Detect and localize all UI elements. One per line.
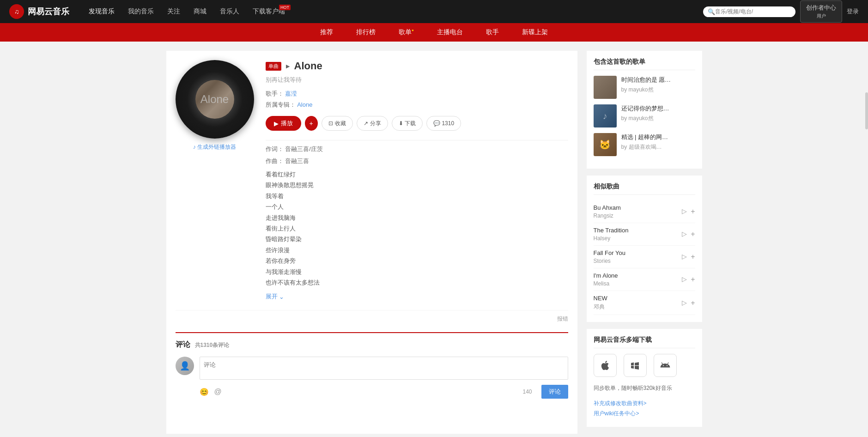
playlist-name-3: 精选 | 超棒的网… [621, 133, 695, 141]
lyrics-lyricist: 作曲： 音融三喜 [266, 157, 568, 165]
emoji-button[interactable]: 😊 [200, 388, 209, 396]
add-to-playlist-button[interactable]: + [305, 116, 318, 131]
download-section: 网易云音乐多端下载 同步歌单，随时畅听32 [587, 329, 702, 427]
play-song-4-button[interactable]: ▷ [682, 275, 687, 284]
album-art-image: Alone [195, 80, 234, 119]
playlist-author-2: by mayuko然 [621, 115, 695, 122]
playlist-author-1: by mayuko然 [621, 86, 695, 94]
nav-discover[interactable]: 发现音乐 [83, 4, 120, 19]
playlist-info-1: 时间治愈的是 愿… by mayuko然 [621, 76, 695, 99]
search-box[interactable]: 🔍 [703, 6, 795, 17]
similar-song-info-4: I'm Alone Melisa [594, 272, 682, 287]
scrollbar[interactable] [865, 92, 868, 129]
nav-musician[interactable]: 音乐人 [214, 4, 245, 19]
album-link[interactable]: Alone [297, 101, 312, 108]
error-report-button[interactable]: 报错 [176, 310, 568, 323]
add-song-5-button[interactable]: + [691, 299, 695, 307]
similar-song-1[interactable]: Bu Ahxam Rangsiz ▷ + [594, 200, 695, 223]
subnav-artists[interactable]: 歌手 [481, 28, 504, 36]
playlist-thumb-1 [594, 76, 617, 99]
sub-navigation: 推荐 排行榜 歌单● 主播电台 歌手 新碟上架 [0, 23, 868, 42]
comment-tools: 😊 @ [200, 388, 222, 396]
comment-input-footer: 😊 @ 140 评论 [200, 385, 568, 399]
song-title-row: 单曲 ▶ Alone [266, 60, 568, 72]
main-nav: 发现音乐 我的音乐 关注 商城 音乐人 下载客户端 HOT [83, 4, 703, 19]
ios-download-icon[interactable] [594, 354, 617, 377]
main-content: Alone 生成外链播放器 单曲 ▶ Alone 别再让我等待 歌手 [157, 42, 711, 437]
playlist-item-2[interactable]: 还记得你的梦想… by mayuko然 [594, 104, 695, 127]
add-song-3-button[interactable]: + [691, 253, 695, 261]
login-button[interactable]: 登录 [847, 7, 859, 16]
lyric-line-10: 与我渐走渐慢 [266, 267, 568, 277]
subnav-radio[interactable]: 主播电台 [432, 28, 467, 36]
android-download-icon[interactable] [654, 354, 677, 377]
similar-song-name-5: NEW [594, 295, 682, 302]
similar-song-info-5: NEW 邓典 [594, 295, 682, 311]
wiki-task-link[interactable]: 用户wiki任务中心> [594, 410, 695, 418]
windows-download-icon[interactable] [624, 354, 647, 377]
logo-area[interactable]: ♫ 网易云音乐 [9, 4, 69, 19]
playlist-item-1[interactable]: 时间治愈的是 愿… by mayuko然 [594, 76, 695, 99]
song-info: 单曲 ▶ Alone 别再让我等待 歌手： 嘉滢 所属专辑： Alone [266, 60, 568, 301]
playlist-item-3[interactable]: 精选 | 超棒的网… by 超级喜欢喝… [594, 133, 695, 156]
similar-song-2[interactable]: The Tradition Halsey ▷ + [594, 223, 695, 246]
artist-meta: 歌手： 嘉滢 [266, 90, 568, 98]
similar-song-4[interactable]: I'm Alone Melisa ▷ + [594, 268, 695, 291]
dot-icon: ● [412, 28, 414, 32]
song-header: Alone 生成外链播放器 单曲 ▶ Alone 别再让我等待 歌手 [176, 60, 568, 301]
external-player-link[interactable]: 生成外链播放器 [176, 143, 254, 151]
comment-count-button[interactable]: 💬 1310 [426, 116, 461, 131]
vinyl-outer: Alone [176, 60, 254, 139]
lyric-line-5: 走进我脑海 [266, 212, 568, 223]
comment-textarea[interactable] [200, 357, 568, 380]
char-count: 140 [522, 388, 532, 395]
similar-song-info-2: The Tradition Halsey [594, 227, 682, 242]
similar-song-artist-4: Melisa [594, 280, 682, 287]
search-input[interactable] [715, 8, 789, 15]
subnav-recommend[interactable]: 推荐 [316, 28, 338, 36]
add-song-1-button[interactable]: + [691, 207, 695, 216]
lyric-line-4: 一个人 [266, 201, 568, 212]
play-button[interactable]: 播放 [266, 116, 301, 131]
expand-lyrics-button[interactable]: 展开 ⌄ [266, 292, 568, 301]
share-button[interactable]: ↗ 分享 [357, 116, 388, 131]
similar-song-name-1: Bu Ahxam [594, 204, 682, 211]
subnav-new-albums[interactable]: 新碟上架 [517, 28, 552, 36]
nav-shop[interactable]: 商城 [188, 4, 212, 19]
play-song-5-button[interactable]: ▷ [682, 299, 687, 307]
download-button[interactable]: ⬇ 下载 [392, 116, 423, 131]
lyrics-section: 作词： 音融三喜/庄茨 作曲： 音融三喜 看着红绿灯 眼神涣散思想摇晃 我等着 … [266, 140, 568, 301]
hot-badge: HOT [279, 5, 291, 10]
lyrics-composer: 作词： 音融三喜/庄茨 [266, 145, 568, 153]
similar-song-5[interactable]: NEW 邓典 ▷ + [594, 291, 695, 315]
submit-comment-button[interactable]: 评论 [541, 385, 568, 399]
nav-follow[interactable]: 关注 [162, 4, 186, 19]
comments-count: 共1310条评论 [195, 341, 230, 349]
playlist-thumb-3 [594, 133, 617, 156]
add-song-2-button[interactable]: + [691, 230, 695, 238]
play-song-2-button[interactable]: ▷ [682, 230, 687, 238]
edit-song-info-link[interactable]: 补充或修改歌曲资料> [594, 400, 695, 407]
at-button[interactable]: @ [214, 388, 222, 396]
playlist-name-1: 时间治愈的是 愿… [621, 76, 695, 84]
similar-song-3[interactable]: Fall For You Stories ▷ + [594, 246, 695, 268]
subnav-charts[interactable]: 排行榜 [352, 28, 380, 36]
play-song-3-button[interactable]: ▷ [682, 253, 687, 261]
subnav-playlist[interactable]: 歌单● [394, 28, 419, 36]
similar-songs-title: 相似歌曲 [594, 182, 695, 195]
add-song-4-button[interactable]: + [691, 275, 695, 284]
similar-song-artist-1: Rangsiz [594, 212, 682, 219]
containing-playlists-section: 包含这首歌的歌单 时间治愈的是 愿… by mayuko然 还记得你的梦想… b… [587, 51, 702, 169]
vinyl-wrapper: Alone [176, 60, 254, 139]
creator-center-button[interactable]: 创作者中心 用户 [800, 0, 842, 23]
search-icon[interactable]: 🔍 [708, 8, 715, 15]
play-song-1-button[interactable]: ▷ [682, 207, 687, 216]
nav-my-music[interactable]: 我的音乐 [122, 4, 159, 19]
nav-download[interactable]: 下载客户端 HOT [247, 4, 291, 19]
artist-link[interactable]: 嘉滢 [285, 90, 297, 97]
album-art-container: Alone 生成外链播放器 [176, 60, 254, 301]
collect-button[interactable]: ⊡ 收藏 [322, 116, 353, 131]
playlist-info-2: 还记得你的梦想… by mayuko然 [621, 104, 695, 127]
lyric-line-3: 我等着 [266, 191, 568, 201]
playlist-name-2: 还记得你的梦想… [621, 104, 695, 113]
